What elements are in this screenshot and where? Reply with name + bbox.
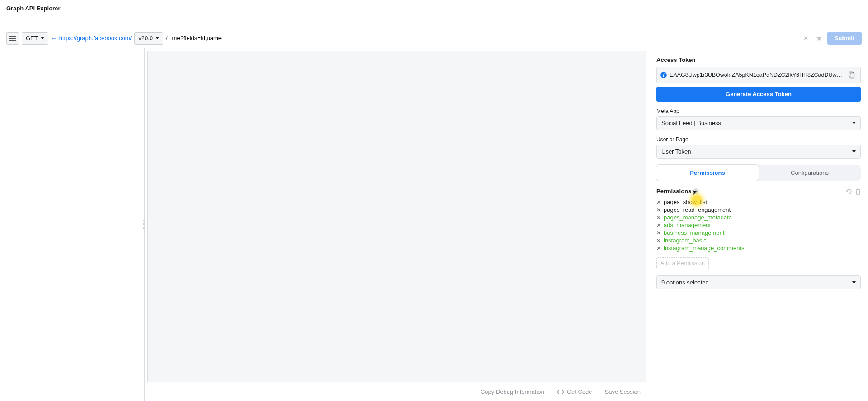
permission-item: ✕business_management [656, 229, 861, 237]
base-url: ← https://graph.facebook.com/ [51, 35, 132, 42]
caret-down-icon [852, 150, 856, 153]
remove-permission-button[interactable]: ✕ [656, 245, 661, 252]
permission-name: pages_read_engagement [664, 206, 731, 213]
meta-app-value: Social Feed | Business [661, 120, 721, 126]
path-separator: / [166, 35, 168, 42]
permission-item: ✕instagram_basic [656, 237, 861, 244]
undo-icon [845, 188, 852, 195]
permissions-header: Permissions i [656, 188, 861, 195]
access-token-value[interactable]: EAAG8Uwp1r3UBOwokfZA5pKN1oaPdNDZC2lkY6HH… [670, 72, 844, 78]
info-icon[interactable]: i [660, 72, 667, 78]
api-version-select[interactable]: v20.0 [134, 32, 163, 45]
favorite-button[interactable]: ★ [813, 34, 825, 42]
copy-debug-button[interactable]: Copy Debug Information [481, 388, 544, 395]
meta-app-select[interactable]: Social Feed | Business [656, 116, 861, 130]
permission-item: ✕pages_manage_metadata [656, 214, 861, 221]
config-tabs: Permissions Configurations [656, 165, 861, 181]
permission-name: business_management [664, 229, 724, 236]
caret-down-icon [41, 37, 44, 39]
remove-permission-button[interactable]: ✕ [656, 214, 661, 221]
api-version-value: v20.0 [138, 35, 153, 42]
query-bar: GET ← https://graph.facebook.com/ v20.0 … [0, 28, 868, 48]
tab-configurations[interactable]: Configurations [759, 165, 861, 181]
save-session-button[interactable]: Save Session [605, 388, 641, 395]
clear-permissions-button[interactable] [855, 188, 861, 195]
remove-permission-button[interactable]: ✕ [656, 222, 661, 228]
add-permission-button[interactable]: Add a Permission [656, 257, 709, 269]
access-token-field: i EAAG8Uwp1r3UBOwokfZA5pKN1oaPdNDZC2lkY6… [656, 67, 861, 83]
user-or-page-value: User Token [661, 148, 691, 155]
user-or-page-select[interactable]: User Token [656, 145, 861, 159]
undo-button[interactable] [845, 188, 852, 195]
code-icon [557, 389, 564, 395]
workspace: Copy Debug Information Get Code Save Ses… [0, 48, 868, 401]
copy-icon [849, 71, 855, 79]
remove-permission-button[interactable]: ✕ [656, 238, 661, 244]
permission-name: pages_manage_metadata [664, 214, 732, 221]
meta-app-label: Meta App [656, 108, 861, 114]
submit-button[interactable]: Submit [827, 32, 862, 45]
config-pane: Access Token i EAAG8Uwp1r3UBOwokfZA5pKN1… [649, 48, 868, 401]
remove-permission-button[interactable]: ✕ [656, 207, 661, 213]
get-code-button[interactable]: Get Code [557, 388, 592, 395]
permission-item: ✕pages_show_list [656, 198, 861, 206]
permission-item: ✕pages_read_engagement [656, 206, 861, 214]
permission-item: ✕ads_management [656, 221, 861, 229]
path-input[interactable] [170, 35, 798, 42]
caret-down-icon [852, 281, 856, 284]
svg-rect-0 [850, 73, 854, 78]
generate-token-button[interactable]: Generate Access Token [656, 87, 861, 102]
caret-down-icon [156, 37, 159, 39]
permission-item: ✕instagram_manage_comments [656, 244, 861, 252]
fields-pane [0, 48, 145, 401]
response-footer: Copy Debug Information Get Code Save Ses… [145, 382, 649, 401]
remove-permission-button[interactable]: ✕ [656, 199, 661, 205]
copy-token-button[interactable] [847, 70, 857, 80]
permissions-label: Permissions [656, 188, 691, 195]
permissions-count-select[interactable]: 9 options selected [656, 275, 861, 289]
http-method-value: GET [26, 35, 38, 42]
permission-name: ads_management [664, 222, 711, 228]
access-token-label: Access Token [656, 56, 861, 63]
permissions-count-value: 9 options selected [661, 279, 709, 286]
http-method-select[interactable]: GET [22, 32, 48, 45]
arrow-left-icon: ← [51, 35, 57, 42]
hamburger-icon [9, 36, 16, 41]
remove-permission-button[interactable]: ✕ [656, 230, 661, 236]
page-title: Graph API Explorer [0, 0, 868, 17]
user-or-page-label: User or Page [656, 136, 861, 143]
permission-name: instagram_basic [664, 237, 707, 244]
response-area [147, 51, 646, 382]
response-pane: Copy Debug Information Get Code Save Ses… [145, 48, 649, 401]
spacer [0, 17, 868, 28]
permissions-list: ✕pages_show_list✕pages_read_engagement✕p… [656, 198, 861, 252]
caret-down-icon [852, 122, 856, 124]
menu-button[interactable] [6, 32, 19, 45]
permission-name: instagram_manage_comments [664, 245, 744, 252]
clear-path-button[interactable]: ✕ [801, 34, 811, 42]
trash-icon [855, 188, 861, 195]
tab-permissions[interactable]: Permissions [656, 165, 759, 181]
